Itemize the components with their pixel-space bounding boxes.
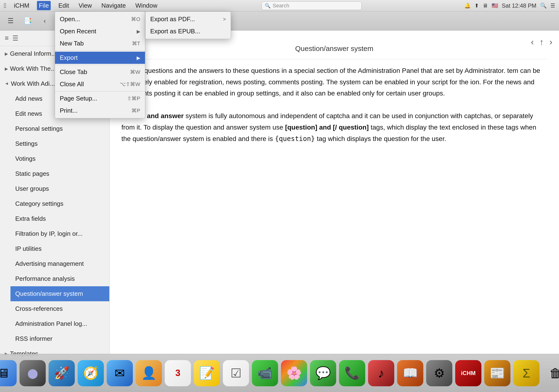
- dock-item-facetime[interactable]: 📹: [252, 360, 278, 386]
- menu-item-close-all[interactable]: Close All ⌥⇧⌘W: [55, 78, 145, 90]
- dock-item-mail[interactable]: ✉: [107, 360, 133, 386]
- menubar-item-window[interactable]: Window: [133, 1, 159, 10]
- content-code-tag: {question}: [275, 135, 315, 143]
- menubar-item-ichm[interactable]: iCHM: [12, 1, 31, 10]
- dock-item-finder[interactable]: 🖥: [0, 360, 17, 386]
- sidebar-item-static-pages[interactable]: Static pages: [10, 166, 109, 181]
- collapse-sidebar-button[interactable]: ☰: [4, 14, 17, 28]
- menubar-item-edit[interactable]: Edit: [56, 1, 71, 10]
- sidebar-label-settings: Settings: [15, 140, 38, 147]
- bookmark-button[interactable]: 📑: [21, 14, 34, 28]
- nav-forward-button[interactable]: ›: [548, 34, 554, 50]
- mail-icon: ✉: [114, 366, 125, 380]
- menu-separator-2: [55, 65, 145, 65]
- menu-item-export-epub[interactable]: Export as EPUB...: [145, 25, 231, 37]
- language-icon[interactable]: 🇺🇸: [492, 3, 498, 9]
- sidebar-item-advertising[interactable]: Advertising management: [10, 256, 109, 271]
- menu-shortcut-close-tab: ⌘W: [130, 69, 140, 75]
- menu-label-export: Export: [60, 54, 78, 61]
- menubar-item-file[interactable]: File: [37, 1, 51, 10]
- menu-label-open: Open...: [60, 16, 80, 23]
- sidebar-label-category-settings: Category settings: [15, 200, 63, 207]
- sidebar-item-performance[interactable]: Performance analysis: [10, 271, 109, 286]
- sidebar-label-cross-references: Cross-references: [15, 305, 63, 312]
- sum-icon: Σ: [522, 366, 530, 380]
- dock-item-trash[interactable]: 🗑: [542, 360, 559, 386]
- sidebar-item-votings[interactable]: Votings: [10, 151, 109, 166]
- sidebar-item-rss-informer[interactable]: RSS informer: [10, 331, 109, 346]
- sidebar-list-icon[interactable]: ☰: [11, 33, 19, 43]
- dock-item-reminders[interactable]: ☑: [223, 360, 249, 386]
- dock-item-siri[interactable]: ⬤: [19, 360, 46, 386]
- menu-item-close-tab[interactable]: Close Tab ⌘W: [55, 66, 145, 78]
- sidebar-item-user-groups[interactable]: User groups: [10, 181, 109, 196]
- menu-item-new-tab[interactable]: New Tab ⌘T: [55, 37, 145, 49]
- back-button[interactable]: ‹: [38, 14, 51, 28]
- dock-item-facetime2[interactable]: 📞: [339, 360, 365, 386]
- menu-item-export[interactable]: Export ▶: [55, 52, 145, 64]
- menu-item-page-setup[interactable]: Page Setup... ⇧⌘P: [55, 93, 145, 104]
- menu-shortcut-print: ⌘P: [131, 108, 140, 114]
- search-box[interactable]: 🔍 Search: [262, 1, 362, 10]
- sidebar-icon-group: ≡ ☰: [4, 33, 19, 43]
- dock-item-contacts[interactable]: 👤: [136, 360, 162, 386]
- menu-item-open-recent[interactable]: Open Recent ▶: [55, 25, 145, 37]
- dock-item-ichm[interactable]: iCHM: [455, 360, 481, 386]
- nav-back-button[interactable]: ‹: [529, 34, 536, 50]
- dock-item-messages[interactable]: 💬: [310, 360, 336, 386]
- dock-item-syspref[interactable]: ⚙: [426, 360, 452, 386]
- display-icon[interactable]: 🖥: [483, 3, 488, 9]
- sidebar-label-extra-fields: Extra fields: [15, 215, 46, 223]
- menubar-item-navigate[interactable]: Navigate: [100, 1, 128, 10]
- finder-icon: 🖥: [0, 366, 10, 380]
- sidebar-item-qa-system[interactable]: Question/answer system: [10, 286, 109, 301]
- sidebar-item-personal-settings[interactable]: Personal settings: [10, 121, 109, 136]
- sidebar-item-cross-references[interactable]: Cross-references: [10, 301, 109, 316]
- menu-label-export-pdf: Export as PDF...: [150, 16, 195, 23]
- apple-logo-icon[interactable]: : [4, 2, 6, 9]
- sidebar-item-filtration[interactable]: Filtration by IP, login or...: [10, 226, 109, 241]
- sidebar-item-extra-fields[interactable]: Extra fields: [10, 211, 109, 226]
- trash-icon: 🗑: [549, 366, 559, 380]
- facetime-icon: 📹: [257, 366, 273, 380]
- nav-up-button[interactable]: ↑: [538, 34, 546, 50]
- sidebar-item-admin-log[interactable]: Administration Panel log...: [10, 316, 109, 331]
- facetime2-icon: 📞: [345, 366, 360, 380]
- dock-item-reeder[interactable]: 📰: [484, 360, 511, 386]
- menubar-item-view[interactable]: View: [77, 1, 94, 10]
- content-body: a list of questions and the answers to t…: [121, 65, 547, 144]
- menu-shortcut-new-tab: ⌘T: [132, 40, 140, 47]
- menu-item-export-pdf[interactable]: Export as PDF... >: [145, 13, 231, 25]
- books-icon: 📖: [403, 366, 418, 380]
- search-menubar-icon[interactable]: 🔍: [540, 3, 547, 9]
- sidebar-item-settings[interactable]: Settings: [10, 136, 109, 151]
- export-submenu[interactable]: Export as PDF... > Export as EPUB...: [145, 11, 231, 39]
- dock-item-safari[interactable]: 🧭: [78, 360, 104, 386]
- control-center-icon[interactable]: ☰: [550, 3, 555, 9]
- menu-item-print[interactable]: Print... ⌘P: [55, 104, 145, 117]
- search-placeholder: Search: [273, 3, 289, 9]
- sidebar-label-filtration: Filtration by IP, login or...: [15, 230, 83, 237]
- dock-item-music[interactable]: ♪: [368, 360, 394, 386]
- action-icon[interactable]: ⬆: [475, 3, 479, 9]
- dock-item-photos[interactable]: 🌸: [281, 360, 307, 386]
- menu-item-open[interactable]: Open... ⌘O: [55, 13, 145, 25]
- sidebar-label-add-news: Add news: [15, 95, 42, 103]
- sidebar-children-work-adi: Add news Edit news Personal settings Set…: [0, 91, 109, 346]
- sidebar-toc-icon[interactable]: ≡: [4, 33, 9, 43]
- dock-item-sum[interactable]: Σ: [513, 360, 540, 386]
- reeder-icon: 📰: [490, 366, 505, 380]
- sidebar-item-category-settings[interactable]: Category settings: [10, 196, 109, 211]
- dock-item-notes[interactable]: 📝: [194, 360, 220, 386]
- sidebar-item-ip-utilities[interactable]: IP utilities: [10, 241, 109, 256]
- dock-item-launchpad[interactable]: 🚀: [48, 360, 75, 386]
- dock-item-calendar[interactable]: 3: [165, 360, 191, 386]
- menu-label-page-setup: Page Setup...: [60, 95, 97, 102]
- file-menu[interactable]: Open... ⌘O Open Recent ▶ New Tab ⌘T Expo…: [55, 11, 145, 118]
- menu-shortcut-open: ⌘O: [131, 16, 140, 22]
- content-nav-bar: ‹ ↑ ›: [529, 34, 554, 50]
- notification-icon[interactable]: 🔔: [464, 3, 471, 9]
- dock-item-books[interactable]: 📖: [397, 360, 423, 386]
- sidebar-label-work-with-adi: Work With Adi...: [11, 80, 55, 87]
- calendar-icon: 3: [175, 368, 180, 378]
